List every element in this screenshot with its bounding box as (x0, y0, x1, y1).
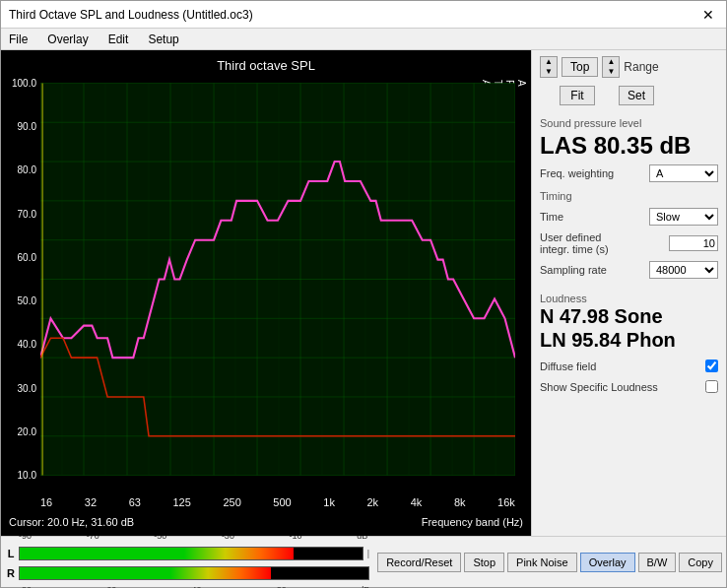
top-fit-row: ▲ ▼ Top ▲ ▼ Range (540, 56, 718, 78)
db-label-bottom: dB (359, 585, 369, 589)
scale2-tick-2: -60 (103, 585, 116, 589)
top-up-btn[interactable]: ▲ (541, 57, 557, 67)
spl-value: LAS 80.35 dB (540, 133, 718, 159)
fit-button[interactable]: Fit (560, 86, 595, 105)
spl-section-label: Sound pressure level (540, 117, 718, 129)
l-meter-bar (19, 547, 364, 560)
right-panel: ▲ ▼ Top ▲ ▼ Range Fit Set Sound pressure… (531, 50, 726, 536)
x-axis-labels: 16 32 63 125 250 500 1k 2k 4k 8k 16k (40, 496, 515, 508)
fit-set-row: Fit Set (540, 86, 718, 105)
stop-button[interactable]: Stop (464, 553, 504, 572)
menu-setup[interactable]: Setup (144, 32, 182, 47)
scale2-tick-1: -80 (19, 585, 32, 589)
title-bar: Third Octave SPL and Loudness (Untitled.… (1, 1, 726, 29)
sampling-label: Sampling rate (540, 264, 607, 276)
r-meter-fill (20, 567, 271, 579)
chart-footer: Cursor: 20.0 Hz, 31.60 dB Frequency band… (9, 516, 523, 528)
r-meter-bar (19, 566, 369, 580)
l-meter-row: L | (5, 545, 369, 562)
user-integ-input[interactable] (669, 235, 718, 251)
n-value: N 47.98 Sone (540, 304, 718, 328)
loudness-section-label: Loudness (540, 293, 718, 304)
scale2-tick-3: -40 (189, 585, 202, 589)
cursor-text: Cursor: 20.0 Hz, 31.60 dB (9, 516, 134, 528)
set-button[interactable]: Set (619, 86, 654, 105)
main-area: Third octave SPL ARTA 100.0 90.0 80.0 70… (1, 50, 726, 536)
chart-area: Third octave SPL ARTA 100.0 90.0 80.0 70… (1, 50, 531, 536)
menu-file[interactable]: File (5, 32, 32, 47)
freq-weighting-row: Freq. weighting A B C Z (540, 164, 718, 182)
bw-button[interactable]: B/W (638, 553, 677, 572)
user-integ-row: User definedintegr. time (s) (540, 231, 718, 255)
window-title: Third Octave SPL and Loudness (Untitled.… (9, 8, 253, 22)
menu-bar: File Overlay Edit Setup (1, 29, 726, 50)
range-label: Range (624, 60, 658, 74)
ln-value: LN 95.84 Phon (540, 328, 718, 352)
top-button[interactable]: Top (562, 57, 598, 77)
chart-title: Third octave SPL (217, 58, 315, 73)
l-channel-label: L (5, 548, 17, 559)
time-label: Time (540, 211, 563, 223)
loudness-section: Loudness N 47.98 Sone LN 95.84 Phon (540, 289, 718, 352)
chart-svg (40, 78, 515, 481)
menu-edit[interactable]: Edit (104, 32, 133, 47)
freq-weighting-label: Freq. weighting (540, 167, 614, 179)
overlay-button[interactable]: Overlay (580, 553, 635, 572)
freq-weighting-select[interactable]: A B C Z (649, 164, 718, 182)
show-specific-row: Show Specific Loudness (540, 380, 718, 393)
timing-section-label: Timing (540, 190, 718, 202)
chart-canvas (40, 78, 515, 481)
freq-label: Frequency band (Hz) (422, 516, 523, 528)
time-select[interactable]: Slow Fast Impulse Leq (649, 208, 718, 226)
user-integ-label: User definedintegr. time (s) (540, 231, 609, 255)
y-axis: 100.0 90.0 80.0 70.0 60.0 50.0 40.0 30.0… (5, 78, 36, 481)
sampling-row: Sampling rate 44100 48000 96000 (540, 261, 718, 279)
range-down-btn[interactable]: ▼ (603, 67, 619, 77)
top-spinner[interactable]: ▲ ▼ (540, 56, 558, 78)
r-meter-row: R (5, 564, 369, 582)
l-meter-fill (20, 548, 294, 559)
diffuse-label: Diffuse field (540, 360, 596, 372)
range-up-btn[interactable]: ▲ (603, 57, 619, 67)
pink-noise-button[interactable]: Pink Noise (507, 553, 577, 572)
range-spinner[interactable]: ▲ ▼ (602, 56, 620, 78)
action-buttons: Record/Reset Stop Pink Noise Overlay B/W… (377, 553, 722, 572)
diffuse-checkbox[interactable] (705, 359, 718, 372)
menu-overlay[interactable]: Overlay (43, 32, 92, 47)
show-specific-label: Show Specific Loudness (540, 381, 658, 393)
diffuse-field-row: Diffuse field (540, 359, 718, 372)
meter-section: -90 -70 -50 -30 -10 dB L | (5, 529, 369, 589)
show-specific-checkbox[interactable] (705, 380, 718, 393)
copy-button[interactable]: Copy (679, 553, 722, 572)
close-button[interactable]: ✕ (698, 7, 718, 23)
sampling-select[interactable]: 44100 48000 96000 (649, 261, 718, 279)
top-down-btn[interactable]: ▼ (541, 67, 557, 77)
record-reset-button[interactable]: Record/Reset (377, 553, 461, 572)
bottom-bar: -90 -70 -50 -30 -10 dB L | (1, 536, 726, 587)
main-window: Third Octave SPL and Loudness (Untitled.… (0, 0, 727, 588)
scale2-tick-4: -20 (274, 585, 287, 589)
time-row: Time Slow Fast Impulse Leq (540, 208, 718, 226)
r-channel-label: R (5, 567, 17, 579)
